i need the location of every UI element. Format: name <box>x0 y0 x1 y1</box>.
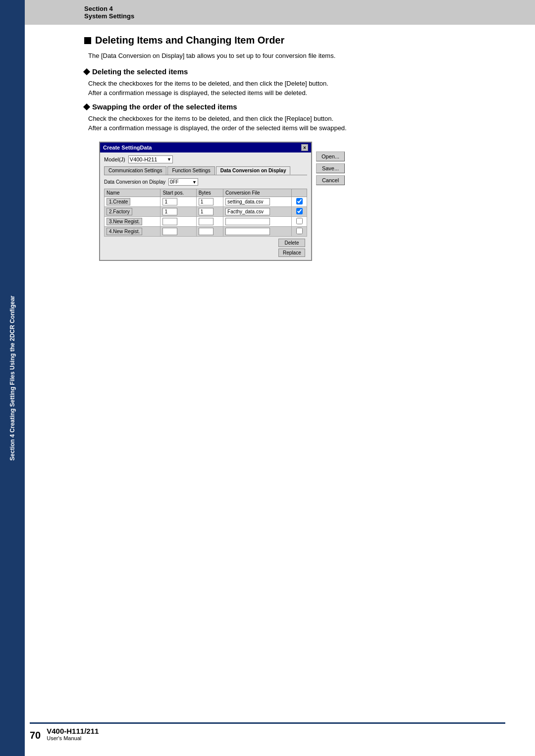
col-bytes: Bytes <box>196 189 223 197</box>
footer-model: V400-H111/211 <box>47 727 99 735</box>
dialog-titlebar: Create SettingData × <box>100 143 311 152</box>
table-row: 1.Create <box>105 197 307 207</box>
tab-data-conversion[interactable]: Data Conversion on Display <box>216 166 291 175</box>
row1-checkbox[interactable] <box>296 198 303 204</box>
footer-manual: User's Manual <box>47 735 99 741</box>
row2-file <box>223 207 292 217</box>
data-conv-arrow-icon: ▼ <box>192 180 197 185</box>
row4-file-input[interactable] <box>225 228 270 235</box>
row4-start-input[interactable] <box>162 228 177 235</box>
data-conversion-row: Data Conversion on Display 0FF ▼ <box>104 178 307 186</box>
model-label: Model(J) <box>104 156 125 162</box>
row1-bytes <box>196 197 223 207</box>
main-content: Deleting Items and Changing Item Order T… <box>0 25 535 281</box>
subheading1: Deleting the selected items <box>84 67 505 76</box>
data-conv-value: 0FF <box>170 179 179 185</box>
col-name: Name <box>105 189 160 197</box>
row3-start-input[interactable] <box>162 218 177 225</box>
row3-file <box>223 217 292 227</box>
replace-button[interactable]: Replace <box>278 249 305 257</box>
row3-bytes <box>196 217 223 227</box>
open-button[interactable]: Open... <box>316 151 345 161</box>
row4-start <box>160 227 196 237</box>
row1-file-input[interactable] <box>225 198 270 205</box>
row1-name: 1.Create <box>105 197 160 207</box>
dialog-wrapper: Create SettingData × Model(J) V400-H211 … <box>99 142 505 261</box>
dialog-action-buttons: Delete Replace <box>104 239 307 257</box>
model-select[interactable]: V400-H211 ▼ <box>128 155 173 163</box>
subheading1-line2: After a confirmation message is displaye… <box>88 89 505 97</box>
tab-communication-settings[interactable]: Communication Settings <box>104 166 166 175</box>
footer-model-block: V400-H111/211 User's Manual <box>47 727 99 741</box>
create-settingdata-dialog: Create SettingData × Model(J) V400-H211 … <box>99 142 312 261</box>
tab-function-settings[interactable]: Function Settings <box>167 166 214 175</box>
items-table: Name Start pos. Bytes Conversion File 1.… <box>104 189 307 237</box>
row2-file-input[interactable] <box>225 208 270 215</box>
row1-start-input[interactable] <box>162 198 177 205</box>
section-label: Section 4 <box>84 5 525 12</box>
row2-start-input[interactable] <box>162 208 177 215</box>
row3-file-input[interactable] <box>225 218 270 225</box>
row1-file <box>223 197 292 207</box>
row4-btn[interactable]: 4.New Regist. <box>107 228 142 235</box>
row1-check <box>292 197 307 207</box>
dialog-body: Model(J) V400-H211 ▼ Communication Setti… <box>100 152 311 260</box>
col-check <box>292 189 307 197</box>
data-conv-label: Data Conversion on Display <box>104 179 165 185</box>
tab-data-label: Data Conversion on Display <box>220 168 286 173</box>
heading-square-icon <box>84 37 91 44</box>
dialog-close-button[interactable]: × <box>301 144 308 151</box>
table-row: 4.New Regist. <box>105 227 307 237</box>
row4-bytes <box>196 227 223 237</box>
footer: 70 V400-H111/211 User's Manual <box>30 722 505 741</box>
subheading1-title: Deleting the selected items <box>92 67 188 76</box>
delete-button[interactable]: Delete <box>278 239 305 247</box>
row2-bytes-input[interactable] <box>199 208 214 215</box>
diamond-icon-1 <box>83 68 90 75</box>
subheading1-line1: Check the checkboxes for the items to be… <box>88 80 505 87</box>
row2-name: 2.Factory <box>105 207 160 217</box>
row4-file <box>223 227 292 237</box>
row2-btn[interactable]: 2.Factory <box>107 208 132 215</box>
row2-start <box>160 207 196 217</box>
cancel-button[interactable]: Cancel <box>316 175 345 185</box>
right-buttons-panel: Open... Save... Cancel <box>316 142 345 185</box>
data-conv-select[interactable]: 0FF ▼ <box>168 178 198 186</box>
col-conv-file: Conversion File <box>223 189 292 197</box>
model-value: V400-H211 <box>130 156 158 162</box>
save-button[interactable]: Save... <box>316 163 345 173</box>
row1-bytes-input[interactable] <box>199 198 214 205</box>
tab-comm-label: Communication Settings <box>108 168 162 173</box>
subheading2-line1: Check the checkboxes for the items to be… <box>88 115 505 122</box>
row3-name: 3.New Regist. <box>105 217 160 227</box>
section-title: System Settings <box>84 12 525 20</box>
select-arrow-icon: ▼ <box>167 157 171 162</box>
close-icon: × <box>303 145 306 151</box>
row4-name: 4.New Regist. <box>105 227 160 237</box>
row3-checkbox[interactable] <box>296 218 303 224</box>
col-start: Start pos. <box>160 189 196 197</box>
sidebar-panel: Section 4 Creating Setting Files Using t… <box>0 0 25 756</box>
row4-checkbox[interactable] <box>296 228 303 234</box>
row4-bytes-input[interactable] <box>199 228 214 235</box>
table-row: 3.New Regist. <box>105 217 307 227</box>
tab-bar: Communication Settings Function Settings… <box>104 166 307 175</box>
row3-bytes-input[interactable] <box>199 218 214 225</box>
row4-check <box>292 227 307 237</box>
table-row: 2.Factory <box>105 207 307 217</box>
chapter-title: Deleting Items and Changing Item Order <box>95 35 284 46</box>
section-header: Section 4 System Settings <box>0 0 535 25</box>
row2-bytes <box>196 207 223 217</box>
tab-func-label: Function Settings <box>172 168 210 173</box>
dialog-title: Create SettingData <box>103 145 152 151</box>
row1-start <box>160 197 196 207</box>
row1-btn[interactable]: 1.Create <box>107 198 130 205</box>
sidebar-text: Section 4 Creating Setting Files Using t… <box>8 296 17 460</box>
row2-checkbox[interactable] <box>296 208 303 214</box>
row3-btn[interactable]: 3.New Regist. <box>107 218 142 225</box>
footer-page-number: 70 <box>30 730 41 741</box>
chapter-heading: Deleting Items and Changing Item Order <box>84 35 505 46</box>
model-row: Model(J) V400-H211 ▼ <box>104 155 307 163</box>
diamond-icon-2 <box>83 103 90 110</box>
subheading2-line2: After a confirmation message is displaye… <box>88 124 505 132</box>
